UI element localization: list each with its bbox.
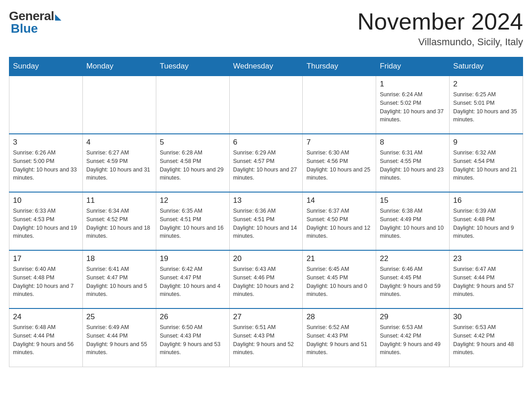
day-number: 13 [233, 196, 299, 205]
day-number: 14 [306, 196, 372, 205]
calendar-cell [9, 76, 83, 134]
weekday-header-tuesday: Tuesday [156, 57, 229, 76]
day-number: 23 [453, 254, 519, 263]
day-info: Sunrise: 6:28 AMSunset: 4:58 PMDaylight:… [160, 149, 226, 182]
day-info: Sunrise: 6:53 AMSunset: 4:42 PMDaylight:… [453, 323, 519, 357]
day-info: Sunrise: 6:52 AMSunset: 4:43 PMDaylight:… [306, 323, 372, 357]
calendar-cell: 6Sunrise: 6:29 AMSunset: 4:57 PMDaylight… [229, 134, 303, 192]
calendar-cell: 20Sunrise: 6:43 AMSunset: 4:46 PMDayligh… [229, 250, 303, 308]
calendar-cell: 24Sunrise: 6:48 AMSunset: 4:44 PMDayligh… [9, 308, 83, 367]
day-number: 27 [233, 313, 299, 321]
calendar-cell: 7Sunrise: 6:30 AMSunset: 4:56 PMDaylight… [303, 134, 376, 192]
week-row-4: 17Sunrise: 6:40 AMSunset: 4:48 PMDayligh… [9, 250, 523, 308]
day-number: 22 [380, 254, 446, 263]
calendar-cell: 22Sunrise: 6:46 AMSunset: 4:45 PMDayligh… [376, 250, 450, 308]
day-info: Sunrise: 6:46 AMSunset: 4:45 PMDaylight:… [380, 265, 446, 299]
calendar-cell: 12Sunrise: 6:35 AMSunset: 4:51 PMDayligh… [156, 192, 229, 250]
calendar-cell: 14Sunrise: 6:37 AMSunset: 4:50 PMDayligh… [303, 192, 376, 250]
day-info: Sunrise: 6:50 AMSunset: 4:43 PMDaylight:… [160, 323, 226, 357]
day-number: 8 [380, 138, 446, 147]
calendar-cell [156, 76, 229, 134]
day-info: Sunrise: 6:29 AMSunset: 4:57 PMDaylight:… [233, 149, 299, 182]
day-number: 4 [86, 138, 152, 147]
day-info: Sunrise: 6:26 AMSunset: 5:00 PMDaylight:… [13, 149, 79, 182]
day-info: Sunrise: 6:25 AMSunset: 5:01 PMDaylight:… [453, 90, 519, 124]
weekday-header-row: SundayMondayTuesdayWednesdayThursdayFrid… [9, 57, 523, 76]
day-number: 25 [86, 313, 152, 321]
title-block: November 2024 Villasmundo, Sicily, Italy [357, 9, 523, 48]
calendar-cell: 13Sunrise: 6:36 AMSunset: 4:51 PMDayligh… [229, 192, 303, 250]
calendar-cell: 9Sunrise: 6:32 AMSunset: 4:54 PMDaylight… [450, 134, 523, 192]
day-info: Sunrise: 6:24 AMSunset: 5:02 PMDaylight:… [380, 90, 446, 124]
day-number: 3 [13, 138, 79, 147]
calendar-cell: 5Sunrise: 6:28 AMSunset: 4:58 PMDaylight… [156, 134, 229, 192]
day-info: Sunrise: 6:51 AMSunset: 4:43 PMDaylight:… [233, 323, 299, 357]
calendar-cell: 18Sunrise: 6:41 AMSunset: 4:47 PMDayligh… [82, 250, 156, 308]
day-number: 18 [86, 254, 152, 263]
calendar-cell: 30Sunrise: 6:53 AMSunset: 4:42 PMDayligh… [450, 308, 523, 367]
weekday-header-wednesday: Wednesday [229, 57, 303, 76]
day-info: Sunrise: 6:34 AMSunset: 4:52 PMDaylight:… [86, 207, 152, 240]
day-number: 2 [453, 80, 519, 89]
weekday-header-thursday: Thursday [303, 57, 376, 76]
weekday-header-sunday: Sunday [9, 57, 83, 76]
day-info: Sunrise: 6:27 AMSunset: 4:59 PMDaylight:… [86, 149, 152, 182]
calendar-cell [229, 76, 303, 134]
day-number: 6 [233, 138, 299, 147]
day-info: Sunrise: 6:38 AMSunset: 4:49 PMDaylight:… [380, 207, 446, 240]
weekday-header-saturday: Saturday [450, 57, 523, 76]
day-number: 16 [453, 196, 519, 205]
day-number: 7 [306, 138, 372, 147]
calendar-cell: 3Sunrise: 6:26 AMSunset: 5:00 PMDaylight… [9, 134, 83, 192]
week-row-2: 3Sunrise: 6:26 AMSunset: 5:00 PMDaylight… [9, 134, 523, 192]
calendar-cell: 4Sunrise: 6:27 AMSunset: 4:59 PMDaylight… [82, 134, 156, 192]
logo-blue-text: Blue [11, 21, 38, 36]
day-info: Sunrise: 6:47 AMSunset: 4:44 PMDaylight:… [453, 265, 519, 299]
day-info: Sunrise: 6:39 AMSunset: 4:48 PMDaylight:… [453, 207, 519, 240]
weekday-header-monday: Monday [82, 57, 156, 76]
day-number: 28 [306, 313, 372, 321]
day-info: Sunrise: 6:33 AMSunset: 4:53 PMDaylight:… [13, 207, 79, 240]
day-info: Sunrise: 6:53 AMSunset: 4:42 PMDaylight:… [380, 323, 446, 357]
page-header: General Blue November 2024 Villasmundo, … [9, 9, 523, 48]
day-number: 11 [86, 196, 152, 205]
day-info: Sunrise: 6:49 AMSunset: 4:44 PMDaylight:… [86, 323, 152, 357]
calendar-cell: 26Sunrise: 6:50 AMSunset: 4:43 PMDayligh… [156, 308, 229, 367]
day-info: Sunrise: 6:32 AMSunset: 4:54 PMDaylight:… [453, 149, 519, 182]
calendar-cell: 1Sunrise: 6:24 AMSunset: 5:02 PMDaylight… [376, 76, 450, 134]
calendar-cell: 25Sunrise: 6:49 AMSunset: 4:44 PMDayligh… [82, 308, 156, 367]
calendar-cell: 27Sunrise: 6:51 AMSunset: 4:43 PMDayligh… [229, 308, 303, 367]
day-info: Sunrise: 6:36 AMSunset: 4:51 PMDaylight:… [233, 207, 299, 240]
day-info: Sunrise: 6:41 AMSunset: 4:47 PMDaylight:… [86, 265, 152, 299]
day-number: 30 [453, 313, 519, 321]
day-number: 9 [453, 138, 519, 147]
day-info: Sunrise: 6:43 AMSunset: 4:46 PMDaylight:… [233, 265, 299, 299]
calendar-cell: 8Sunrise: 6:31 AMSunset: 4:55 PMDaylight… [376, 134, 450, 192]
day-number: 20 [233, 254, 299, 263]
day-info: Sunrise: 6:31 AMSunset: 4:55 PMDaylight:… [380, 149, 446, 182]
day-number: 10 [13, 196, 79, 205]
day-info: Sunrise: 6:42 AMSunset: 4:47 PMDaylight:… [160, 265, 226, 299]
day-info: Sunrise: 6:48 AMSunset: 4:44 PMDaylight:… [13, 323, 79, 357]
day-info: Sunrise: 6:45 AMSunset: 4:45 PMDaylight:… [306, 265, 372, 299]
location-title: Villasmundo, Sicily, Italy [357, 36, 523, 48]
day-number: 5 [160, 138, 226, 147]
calendar-cell: 16Sunrise: 6:39 AMSunset: 4:48 PMDayligh… [450, 192, 523, 250]
day-number: 15 [380, 196, 446, 205]
calendar-cell: 10Sunrise: 6:33 AMSunset: 4:53 PMDayligh… [9, 192, 83, 250]
calendar-cell: 2Sunrise: 6:25 AMSunset: 5:01 PMDaylight… [450, 76, 523, 134]
week-row-1: 1Sunrise: 6:24 AMSunset: 5:02 PMDaylight… [9, 76, 523, 134]
day-number: 19 [160, 254, 226, 263]
calendar-cell: 17Sunrise: 6:40 AMSunset: 4:48 PMDayligh… [9, 250, 83, 308]
calendar-cell: 11Sunrise: 6:34 AMSunset: 4:52 PMDayligh… [82, 192, 156, 250]
calendar-cell: 23Sunrise: 6:47 AMSunset: 4:44 PMDayligh… [450, 250, 523, 308]
day-info: Sunrise: 6:30 AMSunset: 4:56 PMDaylight:… [306, 149, 372, 182]
calendar-table: SundayMondayTuesdayWednesdayThursdayFrid… [9, 57, 523, 367]
day-number: 24 [13, 313, 79, 321]
day-number: 12 [160, 196, 226, 205]
day-info: Sunrise: 6:40 AMSunset: 4:48 PMDaylight:… [13, 265, 79, 299]
calendar-cell [82, 76, 156, 134]
calendar-cell: 29Sunrise: 6:53 AMSunset: 4:42 PMDayligh… [376, 308, 450, 367]
day-number: 26 [160, 313, 226, 321]
day-info: Sunrise: 6:37 AMSunset: 4:50 PMDaylight:… [306, 207, 372, 240]
